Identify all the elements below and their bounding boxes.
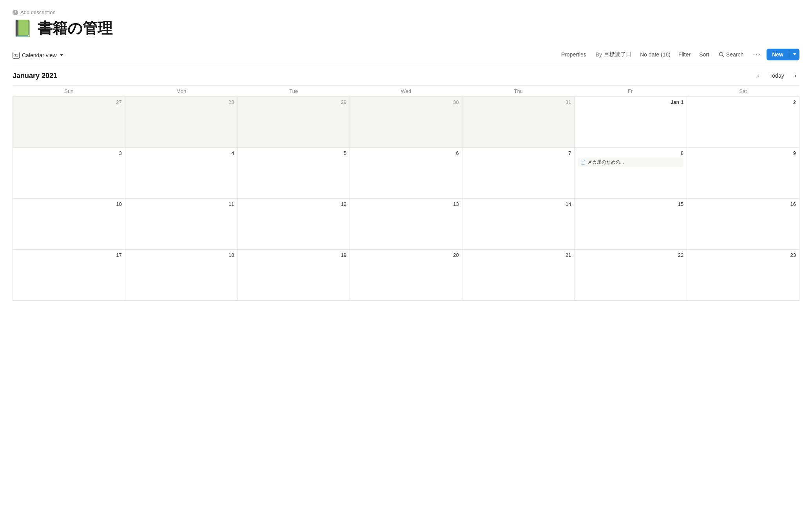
calendar-icon: 31 bbox=[13, 52, 20, 59]
search-button[interactable]: Search bbox=[715, 49, 747, 60]
day-number-wrapper: 4 bbox=[129, 150, 234, 156]
day-number-wrapper: 11 bbox=[129, 201, 234, 207]
new-button[interactable]: New bbox=[767, 49, 789, 60]
calendar-entry[interactable]: 📄メカ屋のための... bbox=[578, 158, 684, 167]
calendar-cell-w2-d3[interactable]: 13 bbox=[350, 199, 462, 250]
toolbar-left: 31 Calendar view bbox=[13, 49, 557, 64]
new-chevron-icon bbox=[793, 53, 796, 55]
calendar-cell-w3-d3[interactable]: 20 bbox=[350, 250, 462, 301]
day-number-wrapper: 29 bbox=[241, 99, 346, 105]
next-arrow-icon: › bbox=[794, 72, 796, 79]
calendar-cell-w0-d3[interactable]: 30 bbox=[350, 97, 462, 148]
sort-button[interactable]: Sort bbox=[695, 49, 713, 60]
day-number: 19 bbox=[241, 252, 346, 258]
calendar-cell-w0-d0[interactable]: 27 bbox=[13, 97, 125, 148]
calendar-cell-w2-d2[interactable]: 12 bbox=[237, 199, 350, 250]
calendar-grid: Sun Mon Tue Wed Thu Fri Sat 2728293031Ja… bbox=[13, 85, 799, 301]
weekday-sat: Sat bbox=[687, 86, 799, 97]
day-number-wrapper: Jan 1 bbox=[578, 99, 684, 105]
calendar-cell-w0-d6[interactable]: 2 bbox=[687, 97, 799, 148]
calendar-cell-w3-d6[interactable]: 23 bbox=[687, 250, 799, 301]
calendar-cell-w0-d2[interactable]: 29 bbox=[237, 97, 350, 148]
weekday-wed: Wed bbox=[350, 86, 462, 97]
day-number: Jan 1 bbox=[578, 99, 684, 105]
day-number-wrapper: 23 bbox=[690, 252, 796, 258]
no-date-button[interactable]: No date (16) bbox=[637, 49, 674, 60]
prev-month-button[interactable]: ‹ bbox=[754, 71, 762, 81]
calendar-nav-right: ‹ Today › bbox=[754, 71, 799, 81]
calendar-cell-w1-d1[interactable]: 4 bbox=[125, 148, 237, 199]
calendar-cell-w1-d3[interactable]: 6 bbox=[350, 148, 462, 199]
new-dropdown-button[interactable] bbox=[789, 51, 799, 58]
day-number: 11 bbox=[129, 201, 234, 207]
calendar-cell-w2-d4[interactable]: 14 bbox=[462, 199, 575, 250]
day-number: 14 bbox=[466, 201, 571, 207]
toolbar: 31 Calendar view Properties By 目標読了日 No … bbox=[13, 48, 799, 64]
day-number-wrapper: 31 bbox=[466, 99, 571, 105]
calendar-cell-w2-d0[interactable]: 10 bbox=[13, 199, 125, 250]
calendar-cell-w2-d6[interactable]: 16 bbox=[687, 199, 799, 250]
entry-doc-icon: 📄 bbox=[580, 160, 586, 165]
day-number: 27 bbox=[16, 99, 122, 105]
day-number: 31 bbox=[466, 99, 571, 105]
day-number-wrapper: 21 bbox=[466, 252, 571, 258]
calendar-cell-w1-d4[interactable]: 7 bbox=[462, 148, 575, 199]
day-number: 9 bbox=[690, 150, 796, 156]
view-chevron-icon bbox=[60, 54, 63, 56]
calendar-cell-w1-d0[interactable]: 3 bbox=[13, 148, 125, 199]
view-label: Calendar view bbox=[22, 52, 57, 58]
day-number: 21 bbox=[466, 252, 571, 258]
day-number: 8 bbox=[578, 150, 684, 156]
entry-label: メカ屋のための... bbox=[587, 159, 624, 165]
calendar-cell-w3-d1[interactable]: 18 bbox=[125, 250, 237, 301]
calendar-cell-w1-d6[interactable]: 9 bbox=[687, 148, 799, 199]
day-number-wrapper: 3 bbox=[16, 150, 122, 156]
day-number-wrapper: 16 bbox=[690, 201, 796, 207]
calendar-month-year: January 2021 bbox=[13, 72, 57, 80]
calendar-cell-w3-d4[interactable]: 21 bbox=[462, 250, 575, 301]
view-selector[interactable]: 31 Calendar view bbox=[13, 49, 67, 64]
page-emoji: 📗 bbox=[13, 20, 33, 37]
day-number: 30 bbox=[353, 99, 459, 105]
day-number: 6 bbox=[353, 150, 459, 156]
more-button[interactable]: ··· bbox=[749, 48, 765, 61]
calendar-body: 2728293031Jan 12345678📄メカ屋のための...9101112… bbox=[13, 97, 799, 301]
day-number-wrapper: 7 bbox=[466, 150, 571, 156]
calendar-cell-w0-d1[interactable]: 28 bbox=[125, 97, 237, 148]
day-number-wrapper: 27 bbox=[16, 99, 122, 105]
calendar-cell-w3-d0[interactable]: 17 bbox=[13, 250, 125, 301]
day-number: 22 bbox=[578, 252, 684, 258]
day-number-wrapper: 12 bbox=[241, 201, 346, 207]
calendar-section: January 2021 ‹ Today › Sun Mon Tue bbox=[13, 64, 799, 301]
calendar-cell-w2-d5[interactable]: 15 bbox=[575, 199, 687, 250]
calendar-cell-w1-d5[interactable]: 8📄メカ屋のための... bbox=[575, 148, 687, 199]
calendar-cell-w3-d5[interactable]: 22 bbox=[575, 250, 687, 301]
properties-button[interactable]: Properties bbox=[557, 49, 590, 60]
add-description-label: Add description bbox=[20, 9, 56, 15]
day-number-wrapper: 17 bbox=[16, 252, 122, 258]
page-title: 書籍の管理 bbox=[38, 18, 112, 38]
next-month-button[interactable]: › bbox=[791, 71, 799, 81]
search-icon bbox=[719, 52, 724, 57]
day-number-wrapper: 20 bbox=[353, 252, 459, 258]
by-label: By bbox=[596, 51, 602, 58]
weekday-thu: Thu bbox=[462, 86, 575, 97]
day-number-wrapper: 9 bbox=[690, 150, 796, 156]
calendar-week-3: 17181920212223 bbox=[13, 250, 799, 301]
by-button[interactable]: By 目標読了日 bbox=[592, 49, 635, 60]
day-number: 15 bbox=[578, 201, 684, 207]
today-button[interactable]: Today bbox=[765, 71, 788, 81]
filter-button[interactable]: Filter bbox=[675, 49, 694, 60]
day-number-wrapper: 10 bbox=[16, 201, 122, 207]
calendar-cell-w1-d2[interactable]: 5 bbox=[237, 148, 350, 199]
calendar-week-1: 345678📄メカ屋のための...9 bbox=[13, 148, 799, 199]
calendar-cell-w0-d4[interactable]: 31 bbox=[462, 97, 575, 148]
weekday-fri: Fri bbox=[575, 86, 687, 97]
no-date-label: No date (16) bbox=[640, 51, 671, 58]
calendar-cell-w3-d2[interactable]: 19 bbox=[237, 250, 350, 301]
add-description-btn[interactable]: i Add description bbox=[13, 9, 799, 15]
calendar-cell-w0-d5[interactable]: Jan 1 bbox=[575, 97, 687, 148]
calendar-cell-w2-d1[interactable]: 11 bbox=[125, 199, 237, 250]
prev-arrow-icon: ‹ bbox=[757, 72, 759, 79]
day-number: 16 bbox=[690, 201, 796, 207]
